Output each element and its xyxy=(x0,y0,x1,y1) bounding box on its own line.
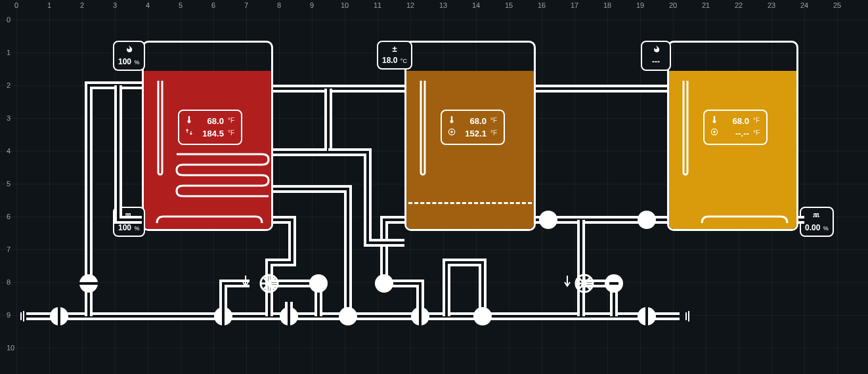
mixing-valve-a xyxy=(243,275,278,292)
tank-c-pwm-badge[interactable]: 0.00 % xyxy=(800,207,834,237)
pwm-icon xyxy=(118,211,140,221)
pump-main-1 xyxy=(50,307,68,325)
flame-icon xyxy=(118,45,140,55)
exchange-arrows-icon xyxy=(184,127,194,140)
svg-line-36 xyxy=(578,278,590,289)
svg-point-15 xyxy=(411,307,429,325)
svg-point-3 xyxy=(713,131,716,133)
svg-point-14 xyxy=(339,307,357,325)
flame-icon xyxy=(646,45,666,55)
pwm-value: 0.00 % xyxy=(805,221,829,232)
mixing-valve-b xyxy=(565,275,593,292)
flame-value: --- xyxy=(652,57,660,66)
svg-point-33 xyxy=(576,275,593,292)
pump-main-4 xyxy=(339,307,357,325)
svg-point-28 xyxy=(261,275,278,292)
tank-b-setpoint-badge[interactable]: ± 18.0 °C xyxy=(377,41,412,70)
pump-main-2 xyxy=(214,307,232,325)
tank-c-flame-badge[interactable]: --- xyxy=(641,41,671,71)
pump-main-5 xyxy=(411,307,429,325)
svg-point-1 xyxy=(450,131,453,133)
target-icon xyxy=(710,127,719,140)
pump-main-3 xyxy=(280,307,298,325)
flame-value: 100 % xyxy=(118,55,140,66)
svg-line-31 xyxy=(263,278,275,289)
setpoint-value: 18.0 °C xyxy=(382,54,407,65)
thermometer-icon xyxy=(447,115,456,127)
svg-point-8 xyxy=(50,307,68,325)
svg-point-12 xyxy=(280,307,298,325)
tank-b-readout: 68.0 °F 152.1 °F xyxy=(441,110,505,145)
tank-b[interactable]: 68.0 °F 152.1 °F xyxy=(404,41,536,231)
target-icon xyxy=(447,127,456,140)
tank-a-pwm-badge[interactable]: 100 % xyxy=(113,207,145,237)
hvac-diagram-canvas[interactable]: /* decorative grid produced inline below… xyxy=(0,0,868,374)
pwm-icon xyxy=(805,211,829,221)
svg-line-32 xyxy=(263,278,275,289)
tank-a-readout: 68.0 °F 184.5 °F xyxy=(178,110,242,145)
svg-line-37 xyxy=(578,278,590,289)
tank-a-flame-badge[interactable]: 100 % xyxy=(113,41,145,71)
thermometer-icon xyxy=(184,115,194,127)
tank-c-readout: 68.0 °F --.-- °F xyxy=(703,110,768,145)
plus-minus-icon: ± xyxy=(382,45,407,54)
svg-point-10 xyxy=(214,307,232,325)
pwm-value: 100 % xyxy=(118,221,140,232)
thermometer-icon xyxy=(710,115,719,127)
tank-a[interactable]: 68.0 °F 184.5 °F xyxy=(142,41,273,231)
tank-c[interactable]: 68.0 °F --.-- °F xyxy=(667,41,798,231)
